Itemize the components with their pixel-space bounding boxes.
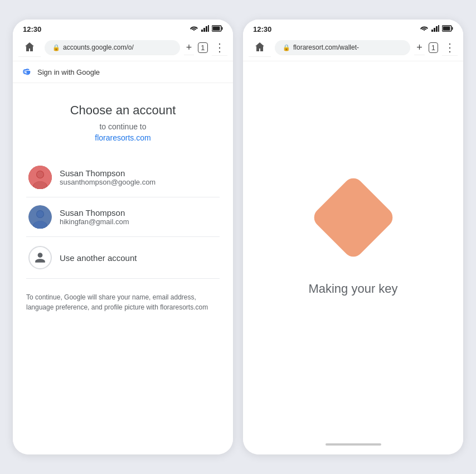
svg-rect-20 — [434, 28, 435, 32]
url-text-right: floraresort.com/wallet- — [293, 43, 359, 51]
browser-bar-right[interactable]: 🔒 floraresort.com/wallet- + 1 ⋮ — [243, 36, 463, 61]
account-list: Susan Thompson susanthompson@google.com — [26, 158, 220, 279]
key-diamond-icon — [310, 174, 397, 261]
lock-icon-right: 🔒 — [283, 44, 290, 51]
status-icons-left — [190, 25, 223, 33]
svg-rect-22 — [438, 25, 439, 32]
google-logo: G — [21, 66, 33, 78]
svg-point-17 — [37, 211, 43, 217]
svg-rect-24 — [452, 27, 453, 30]
account-email-2: hikingfan@gmail.com — [60, 217, 129, 226]
google-tab: G Sign in with Google — [13, 61, 233, 83]
status-bar-right: 12:30 — [243, 20, 463, 36]
svg-rect-21 — [436, 26, 438, 32]
svg-rect-25 — [443, 27, 450, 31]
account-name-1: Susan Thompson — [60, 168, 156, 178]
account-chooser: Choose an account to continue to florare… — [13, 83, 233, 323]
account-chooser-content: Choose an account to continue to florare… — [13, 83, 233, 454]
use-another-account-button[interactable]: Use another account — [26, 237, 220, 279]
time-left: 12:30 — [23, 25, 41, 33]
tab-count-left[interactable]: 1 — [198, 42, 207, 53]
making-key-content: Making your key — [243, 61, 463, 454]
signal-icon-right — [431, 25, 439, 33]
account-item-2[interactable]: Susan Thompson hikingfan@gmail.com — [26, 197, 220, 237]
battery-icon-right — [442, 25, 453, 33]
home-button-right[interactable] — [249, 38, 271, 57]
url-text-left: accounts.google.com/o/ — [63, 43, 134, 51]
chooser-title: Choose an account — [70, 103, 176, 118]
lock-icon-left: 🔒 — [52, 44, 60, 51]
svg-rect-6 — [213, 27, 220, 31]
menu-button-right[interactable]: ⋮ — [442, 40, 458, 56]
url-bar-left[interactable]: 🔒 accounts.google.com/o/ — [45, 40, 180, 55]
status-bar-left: 12:30 — [13, 20, 233, 36]
new-tab-button-right[interactable]: + — [414, 41, 425, 55]
right-phone: 12:30 🔒 floraresort.com/wallet- + 1 ⋮ — [243, 20, 463, 454]
svg-rect-5 — [222, 27, 223, 30]
battery-icon — [212, 25, 223, 33]
person-add-icon — [28, 246, 52, 269]
status-icons-right — [420, 25, 453, 33]
svg-point-12 — [37, 171, 43, 178]
svg-rect-19 — [431, 30, 433, 32]
avatar-2 — [28, 205, 52, 229]
home-indicator-right — [326, 443, 381, 446]
account-name-2: Susan Thompson — [60, 208, 129, 217]
use-another-label: Use another account — [60, 253, 137, 263]
signal-icon — [201, 25, 209, 33]
new-tab-button-left[interactable]: + — [184, 41, 195, 55]
svg-rect-2 — [206, 26, 207, 32]
google-tab-label: Sign in with Google — [37, 68, 100, 76]
wifi-icon-right — [420, 25, 429, 33]
home-button-left[interactable] — [18, 38, 41, 57]
privacy-notice: To continue, Google will share your name… — [26, 292, 220, 312]
account-email-1: susanthompson@google.com — [60, 178, 156, 186]
account-info-2: Susan Thompson hikingfan@gmail.com — [60, 208, 129, 226]
left-phone: 12:30 🔒 accounts.google.com/o/ + 1 ⋮ — [13, 20, 233, 454]
chooser-domain[interactable]: floraresorts.com — [95, 133, 150, 142]
url-bar-right[interactable]: 🔒 floraresort.com/wallet- — [275, 40, 410, 55]
svg-rect-0 — [201, 30, 203, 32]
making-key-label: Making your key — [308, 282, 397, 296]
svg-rect-1 — [203, 28, 205, 32]
svg-rect-3 — [208, 25, 209, 32]
time-right: 12:30 — [253, 25, 271, 33]
chooser-subtitle: to continue to — [99, 122, 146, 131]
account-info-1: Susan Thompson susanthompson@google.com — [60, 168, 156, 186]
avatar-1 — [28, 166, 52, 189]
browser-bar-left[interactable]: 🔒 accounts.google.com/o/ + 1 ⋮ — [13, 36, 233, 61]
svg-text:G: G — [23, 68, 28, 76]
wifi-icon — [190, 25, 198, 33]
account-item-1[interactable]: Susan Thompson susanthompson@google.com — [26, 158, 220, 197]
tab-count-right[interactable]: 1 — [429, 42, 438, 53]
menu-button-left[interactable]: ⋮ — [212, 40, 228, 56]
